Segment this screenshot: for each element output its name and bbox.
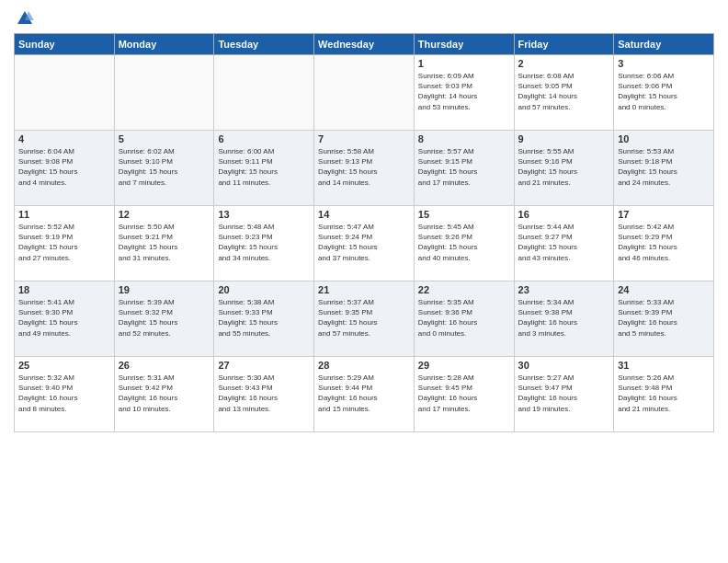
day-cell <box>15 55 115 131</box>
day-cell: 5Sunrise: 6:02 AM Sunset: 9:10 PM Daylig… <box>114 131 214 206</box>
day-info: Sunrise: 5:55 AM Sunset: 9:16 PM Dayligh… <box>518 146 610 188</box>
day-number: 14 <box>318 209 410 220</box>
day-cell: 4Sunrise: 6:04 AM Sunset: 9:08 PM Daylig… <box>15 131 115 206</box>
day-number: 19 <box>119 284 210 295</box>
day-number: 11 <box>18 209 110 220</box>
day-number: 24 <box>618 284 710 295</box>
day-number: 17 <box>618 209 710 220</box>
day-cell: 28Sunrise: 5:29 AM Sunset: 9:44 PM Dayli… <box>314 357 415 432</box>
day-cell: 30Sunrise: 5:27 AM Sunset: 9:47 PM Dayli… <box>514 357 614 432</box>
week-row-2: 4Sunrise: 6:04 AM Sunset: 9:08 PM Daylig… <box>15 131 714 206</box>
day-cell: 18Sunrise: 5:41 AM Sunset: 9:30 PM Dayli… <box>15 282 115 357</box>
day-info: Sunrise: 6:09 AM Sunset: 9:03 PM Dayligh… <box>418 71 510 112</box>
day-number: 25 <box>18 360 110 371</box>
day-number: 10 <box>618 133 710 144</box>
day-cell: 17Sunrise: 5:42 AM Sunset: 9:29 PM Dayli… <box>614 206 714 282</box>
day-number: 26 <box>119 360 210 371</box>
day-number: 12 <box>119 209 210 220</box>
day-cell: 26Sunrise: 5:31 AM Sunset: 9:42 PM Dayli… <box>114 357 214 432</box>
day-cell: 27Sunrise: 5:30 AM Sunset: 9:43 PM Dayli… <box>214 357 314 432</box>
day-number: 29 <box>418 360 510 371</box>
day-cell: 11Sunrise: 5:52 AM Sunset: 9:19 PM Dayli… <box>15 206 115 282</box>
day-number: 13 <box>218 209 310 220</box>
day-number: 4 <box>18 133 110 144</box>
day-info: Sunrise: 5:27 AM Sunset: 9:47 PM Dayligh… <box>518 373 610 414</box>
day-number: 20 <box>218 284 310 295</box>
day-info: Sunrise: 5:38 AM Sunset: 9:33 PM Dayligh… <box>218 297 310 339</box>
day-cell: 2Sunrise: 6:08 AM Sunset: 9:05 PM Daylig… <box>514 55 614 131</box>
day-number: 18 <box>18 284 110 295</box>
day-info: Sunrise: 5:33 AM Sunset: 9:39 PM Dayligh… <box>618 297 710 339</box>
day-number: 23 <box>518 284 610 295</box>
day-number: 6 <box>218 133 310 144</box>
header-row: SundayMondayTuesdayWednesdayThursdayFrid… <box>15 34 714 55</box>
day-number: 1 <box>418 58 510 69</box>
day-cell: 13Sunrise: 5:48 AM Sunset: 9:23 PM Dayli… <box>214 206 314 282</box>
day-info: Sunrise: 5:34 AM Sunset: 9:38 PM Dayligh… <box>518 297 610 339</box>
col-header-tuesday: Tuesday <box>214 34 314 55</box>
page: SundayMondayTuesdayWednesdayThursdayFrid… <box>0 0 728 442</box>
day-cell: 15Sunrise: 5:45 AM Sunset: 9:26 PM Dayli… <box>414 206 514 282</box>
day-cell: 6Sunrise: 6:00 AM Sunset: 9:11 PM Daylig… <box>214 131 314 206</box>
day-info: Sunrise: 5:44 AM Sunset: 9:27 PM Dayligh… <box>518 222 610 263</box>
day-info: Sunrise: 6:06 AM Sunset: 9:06 PM Dayligh… <box>618 71 710 112</box>
day-cell: 9Sunrise: 5:55 AM Sunset: 9:16 PM Daylig… <box>514 131 614 206</box>
day-cell <box>314 55 415 131</box>
week-row-1: 1Sunrise: 6:09 AM Sunset: 9:03 PM Daylig… <box>15 55 714 131</box>
day-cell: 12Sunrise: 5:50 AM Sunset: 9:21 PM Dayli… <box>114 206 214 282</box>
day-number: 7 <box>318 133 410 144</box>
col-header-thursday: Thursday <box>414 34 514 55</box>
day-cell: 25Sunrise: 5:32 AM Sunset: 9:40 PM Dayli… <box>15 357 115 432</box>
day-info: Sunrise: 5:42 AM Sunset: 9:29 PM Dayligh… <box>618 222 710 263</box>
day-cell: 10Sunrise: 5:53 AM Sunset: 9:18 PM Dayli… <box>614 131 714 206</box>
day-info: Sunrise: 5:41 AM Sunset: 9:30 PM Dayligh… <box>18 297 110 339</box>
day-cell: 29Sunrise: 5:28 AM Sunset: 9:45 PM Dayli… <box>414 357 514 432</box>
col-header-monday: Monday <box>114 34 214 55</box>
day-info: Sunrise: 5:53 AM Sunset: 9:18 PM Dayligh… <box>618 146 710 188</box>
day-number: 27 <box>218 360 310 371</box>
day-info: Sunrise: 5:47 AM Sunset: 9:24 PM Dayligh… <box>318 222 410 263</box>
day-cell: 14Sunrise: 5:47 AM Sunset: 9:24 PM Dayli… <box>314 206 415 282</box>
week-row-4: 18Sunrise: 5:41 AM Sunset: 9:30 PM Dayli… <box>15 282 714 357</box>
day-cell: 7Sunrise: 5:58 AM Sunset: 9:13 PM Daylig… <box>314 131 415 206</box>
logo-icon <box>16 9 34 28</box>
day-info: Sunrise: 5:45 AM Sunset: 9:26 PM Dayligh… <box>418 222 510 263</box>
day-number: 15 <box>418 209 510 220</box>
day-info: Sunrise: 6:00 AM Sunset: 9:11 PM Dayligh… <box>218 146 310 188</box>
day-info: Sunrise: 5:37 AM Sunset: 9:35 PM Dayligh… <box>318 297 410 339</box>
day-info: Sunrise: 5:31 AM Sunset: 9:42 PM Dayligh… <box>119 373 210 414</box>
col-header-saturday: Saturday <box>614 34 714 55</box>
day-info: Sunrise: 5:28 AM Sunset: 9:45 PM Dayligh… <box>418 373 510 414</box>
day-info: Sunrise: 5:32 AM Sunset: 9:40 PM Dayligh… <box>18 373 110 414</box>
day-cell: 31Sunrise: 5:26 AM Sunset: 9:48 PM Dayli… <box>614 357 714 432</box>
calendar-table: SundayMondayTuesdayWednesdayThursdayFrid… <box>14 33 714 432</box>
day-cell <box>214 55 314 131</box>
day-number: 2 <box>518 58 610 69</box>
day-cell: 1Sunrise: 6:09 AM Sunset: 9:03 PM Daylig… <box>414 55 514 131</box>
day-number: 8 <box>418 133 510 144</box>
day-number: 3 <box>618 58 710 69</box>
week-row-5: 25Sunrise: 5:32 AM Sunset: 9:40 PM Dayli… <box>15 357 714 432</box>
day-number: 5 <box>119 133 210 144</box>
day-number: 21 <box>318 284 410 295</box>
day-cell <box>114 55 214 131</box>
day-cell: 24Sunrise: 5:33 AM Sunset: 9:39 PM Dayli… <box>614 282 714 357</box>
day-info: Sunrise: 6:04 AM Sunset: 9:08 PM Dayligh… <box>18 146 110 188</box>
day-info: Sunrise: 5:26 AM Sunset: 9:48 PM Dayligh… <box>618 373 710 414</box>
logo <box>14 9 34 28</box>
day-info: Sunrise: 6:02 AM Sunset: 9:10 PM Dayligh… <box>119 146 210 188</box>
day-number: 31 <box>618 360 710 371</box>
day-cell: 3Sunrise: 6:06 AM Sunset: 9:06 PM Daylig… <box>614 55 714 131</box>
day-info: Sunrise: 5:57 AM Sunset: 9:15 PM Dayligh… <box>418 146 510 188</box>
col-header-friday: Friday <box>514 34 614 55</box>
day-info: Sunrise: 5:48 AM Sunset: 9:23 PM Dayligh… <box>218 222 310 263</box>
col-header-sunday: Sunday <box>15 34 115 55</box>
day-info: Sunrise: 6:08 AM Sunset: 9:05 PM Dayligh… <box>518 71 610 112</box>
day-cell: 21Sunrise: 5:37 AM Sunset: 9:35 PM Dayli… <box>314 282 415 357</box>
col-header-wednesday: Wednesday <box>314 34 415 55</box>
day-number: 9 <box>518 133 610 144</box>
day-cell: 8Sunrise: 5:57 AM Sunset: 9:15 PM Daylig… <box>414 131 514 206</box>
day-info: Sunrise: 5:30 AM Sunset: 9:43 PM Dayligh… <box>218 373 310 414</box>
week-row-3: 11Sunrise: 5:52 AM Sunset: 9:19 PM Dayli… <box>15 206 714 282</box>
day-info: Sunrise: 5:50 AM Sunset: 9:21 PM Dayligh… <box>119 222 210 263</box>
